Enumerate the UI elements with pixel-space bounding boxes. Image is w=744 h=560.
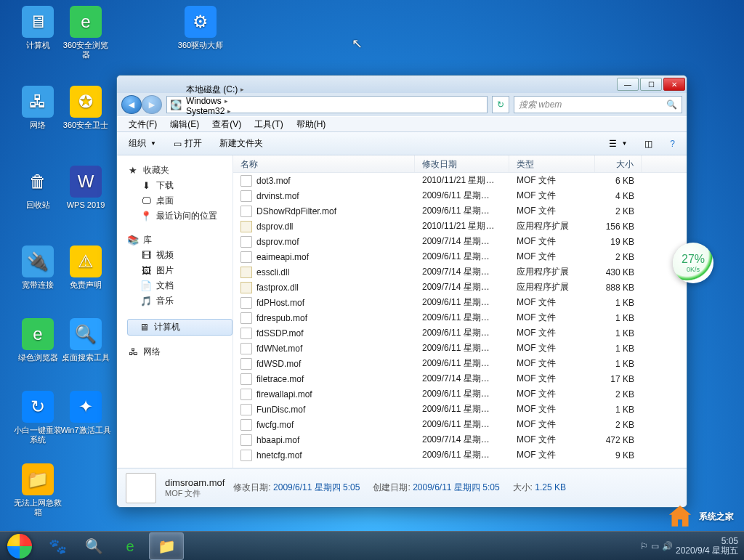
icon-label: 回收站	[12, 200, 64, 210]
file-size: 1 KB	[595, 359, 642, 369]
search-input[interactable]: 搜索 wbem 🔍	[514, 96, 682, 113]
nav-back-button[interactable]: ◄	[121, 95, 142, 114]
file-row[interactable]: fdSSDP.mof2009/6/11 星期…MOF 文件1 KB	[233, 325, 687, 341]
desktop-icon[interactable]: ⚙360驱动大师	[174, 6, 227, 50]
breadcrumb[interactable]: Windows▸	[183, 96, 247, 106]
close-button[interactable]: ✕	[663, 78, 685, 91]
file-icon	[240, 267, 252, 278]
file-row[interactable]: fdrespub.mof2009/6/11 星期…MOF 文件1 KB	[233, 310, 687, 325]
file-date: 2009/6/11 星期…	[415, 403, 509, 415]
favorites-group[interactable]: ★收藏夹	[127, 164, 232, 176]
refresh-button[interactable]: ↻	[492, 96, 509, 113]
file-row[interactable]: eaimeapi.mof2009/6/11 星期…MOF 文件2 KB	[233, 249, 687, 264]
file-size: 2 KB	[595, 206, 642, 216]
file-row[interactable]: FunDisc.mof2009/6/11 星期…MOF 文件1 KB	[233, 402, 687, 417]
desktop-icon[interactable]: 🗑回收站	[12, 166, 64, 210]
breadcrumb[interactable]: 本地磁盘 (C:)▸	[183, 84, 247, 96]
tray-volume-icon[interactable]: 🔊	[662, 541, 673, 551]
desktop-icon[interactable]: e绿色浏览器	[12, 318, 64, 362]
file-row[interactable]: filetrace.mof2009/7/14 星期…MOF 文件17 KB	[233, 371, 687, 386]
taskbar-baidu[interactable]: 🐾	[40, 532, 75, 560]
sidebar-item-computer[interactable]: 🖥计算机	[127, 319, 232, 336]
sidebar-item[interactable]: 🖵桌面	[137, 193, 232, 208]
file-row[interactable]: dot3.mof2010/11/21 星期…MOF 文件6 KB	[233, 173, 687, 188]
menu-item[interactable]: 帮助(H)	[291, 117, 332, 132]
maximize-button[interactable]: ☐	[640, 78, 662, 91]
nav-icon: 🎵	[140, 296, 152, 307]
speedball-widget[interactable]: 27% 0K/s	[673, 243, 713, 283]
file-row[interactable]: hbaapi.mof2009/7/14 星期…MOF 文件472 KB	[233, 432, 687, 447]
sidebar-item-network[interactable]: 🖧网络	[127, 346, 232, 358]
taskbar-browser[interactable]: e	[113, 532, 147, 560]
desktop-icon[interactable]: ↻小白一键重装系统	[12, 391, 64, 445]
preview-pane-button[interactable]: ◫	[637, 136, 660, 152]
col-type[interactable]: 类型	[509, 155, 595, 172]
taskbar-search[interactable]: 🔍	[76, 532, 111, 560]
menu-item[interactable]: 编辑(E)	[164, 117, 205, 132]
organize-menu[interactable]: 组织▼	[121, 134, 163, 153]
breadcrumb[interactable]: System32▸	[183, 106, 247, 116]
file-row[interactable]: fdPHost.mof2009/6/11 星期…MOF 文件1 KB	[233, 295, 687, 310]
desktop-icon[interactable]: WWPS 2019	[60, 166, 112, 210]
tray-battery-icon[interactable]: ▭	[651, 541, 659, 551]
sidebar-item[interactable]: 📍最近访问的位置	[137, 208, 232, 224]
sidebar-item[interactable]: 🎵音乐	[137, 293, 232, 309]
file-size: 472 KB	[595, 435, 642, 445]
nav-forward-button[interactable]: ►	[142, 95, 162, 114]
file-row[interactable]: fwcfg.mof2009/6/11 星期…MOF 文件2 KB	[233, 417, 687, 432]
file-row[interactable]: esscli.dll2009/7/14 星期…应用程序扩展430 KB	[233, 264, 687, 280]
desktop-icon[interactable]: ✦Win7激活工具	[60, 391, 112, 435]
address-bar[interactable]: 💽 本地磁盘 (C:)▸Windows▸System32▸wbem▸	[166, 96, 488, 113]
file-row[interactable]: DShowRdpFilter.mof2009/6/11 星期…MOF 文件2 K…	[233, 203, 687, 219]
desktop-icon[interactable]: 🔍桌面搜索工具	[60, 318, 112, 362]
file-list[interactable]: dot3.mof2010/11/21 星期…MOF 文件6 KBdrvinst.…	[233, 173, 687, 468]
file-row[interactable]: fdWSD.mof2009/6/11 星期…MOF 文件1 KB	[233, 356, 687, 371]
col-name[interactable]: 名称	[233, 155, 415, 172]
sidebar-item[interactable]: 🎞视频	[137, 248, 232, 263]
col-size[interactable]: 大小	[595, 155, 642, 172]
file-name: dot3.mof	[256, 176, 291, 186]
menu-item[interactable]: 工具(T)	[248, 117, 288, 132]
system-tray[interactable]: ⚐ ▭ 🔊 5:05 2020/9/4 星期五	[634, 532, 744, 560]
file-row[interactable]: fdWNet.mof2009/6/11 星期…MOF 文件1 KB	[233, 341, 687, 356]
icon-label: 无法上网急救箱	[12, 498, 64, 517]
file-row[interactable]: fastprox.dll2009/7/14 星期…应用程序扩展888 KB	[233, 280, 687, 295]
desktop-icon[interactable]: 🔌宽带连接	[12, 245, 64, 290]
file-row[interactable]: firewallapi.mof2009/6/11 星期…MOF 文件2 KB	[233, 386, 687, 402]
taskbar-explorer[interactable]: 📁	[149, 532, 184, 560]
desktop-icon[interactable]: 📁无法上网急救箱	[12, 463, 64, 517]
sidebar-item[interactable]: 🖼图片	[137, 263, 232, 278]
menu-item[interactable]: 查看(V)	[206, 117, 247, 132]
minimize-button[interactable]: —	[617, 78, 639, 91]
computer-icon: 🖥	[138, 322, 150, 333]
file-row[interactable]: dsprov.dll2010/11/21 星期…应用程序扩展156 KB	[233, 219, 687, 234]
file-row[interactable]: dsprov.mof2009/7/14 星期…MOF 文件19 KB	[233, 234, 687, 249]
file-row[interactable]: hnetcfg.mof2009/6/11 星期…MOF 文件9 KB	[233, 447, 687, 463]
file-name: fwcfg.mof	[256, 420, 294, 430]
desktop-icon[interactable]: ✪360安全卫士	[60, 86, 112, 130]
desktop-icon[interactable]: 🖧网络	[12, 86, 64, 130]
file-row[interactable]: drvinst.mof2009/6/11 星期…MOF 文件4 KB	[233, 188, 687, 203]
file-date: 2009/7/14 星期…	[415, 235, 509, 248]
file-date: 2009/6/11 星期…	[415, 312, 509, 324]
new-folder-button[interactable]: 新建文件夹	[212, 134, 270, 153]
sidebar-item[interactable]: 📄文档	[137, 278, 232, 293]
view-menu[interactable]: ☰ ▼	[602, 136, 634, 152]
file-size: 1 KB	[595, 344, 642, 354]
icon-label: 360驱动大师	[174, 41, 227, 50]
desktop-icon[interactable]: e360安全浏览器	[60, 6, 112, 60]
tray-flag-icon[interactable]: ⚐	[640, 541, 648, 551]
desktop-icon[interactable]: ⚠免责声明	[60, 245, 112, 290]
file-size: 1 KB	[595, 328, 642, 338]
libraries-group[interactable]: 📚库	[127, 234, 232, 246]
open-button[interactable]: ▭打开	[166, 134, 209, 153]
desktop-icon[interactable]: 🖥计算机	[12, 6, 64, 50]
help-button[interactable]: ?	[663, 136, 682, 152]
icon-label: 360安全浏览器	[60, 41, 112, 60]
menu-item[interactable]: 文件(F)	[123, 117, 163, 132]
start-button[interactable]	[0, 532, 39, 561]
col-date[interactable]: 修改日期	[415, 155, 509, 172]
taskbar-clock[interactable]: 5:05 2020/9/4 星期五	[676, 537, 738, 556]
file-type: MOF 文件	[509, 190, 595, 202]
sidebar-item[interactable]: ⬇下载	[137, 178, 232, 193]
